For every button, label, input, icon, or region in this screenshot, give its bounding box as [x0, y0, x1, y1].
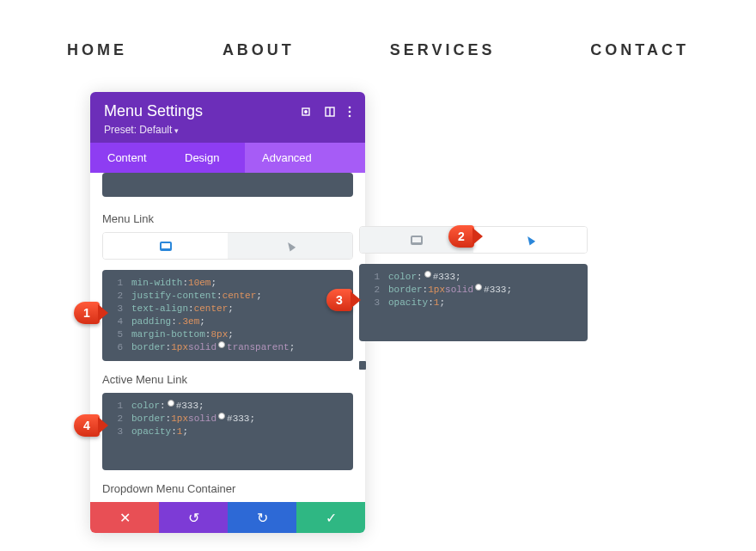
- panel-footer: ✕ ↺ ↻ ✓: [90, 502, 365, 533]
- svg-point-6: [349, 114, 351, 117]
- columns-icon[interactable]: [324, 106, 336, 118]
- svg-point-5: [349, 110, 351, 113]
- panel-header-actions: [300, 106, 351, 118]
- panel-body: Menu Link 1min-width: 10em;2justify-cont…: [90, 173, 365, 502]
- desktop-view-button[interactable]: [103, 233, 228, 259]
- tab-content[interactable]: Content: [90, 143, 168, 173]
- nav-about[interactable]: ABOUT: [223, 41, 295, 59]
- cancel-button[interactable]: ✕: [90, 502, 159, 533]
- tab-advanced[interactable]: Advanced: [245, 143, 365, 173]
- cursor-icon: [525, 235, 535, 246]
- expand-icon[interactable]: [300, 106, 312, 118]
- panel-header: Menu Settings Preset: Default: [90, 92, 365, 143]
- svg-point-4: [349, 106, 351, 108]
- save-button[interactable]: ✓: [296, 502, 365, 533]
- callout-4: 4: [74, 414, 100, 437]
- nav-contact[interactable]: CONTACT: [590, 41, 689, 59]
- panel-tabs: Content Design Advanced: [90, 143, 365, 173]
- menu-settings-panel: Menu Settings Preset: Default Content De…: [90, 92, 365, 533]
- redo-button[interactable]: ↻: [228, 502, 296, 533]
- monitor-icon: [411, 236, 423, 245]
- top-nav: HOME ABOUT SERVICES CONTACT: [0, 0, 756, 59]
- monitor-icon: [160, 242, 172, 251]
- responsive-toggle-menu-link: [102, 232, 353, 260]
- code-editor-hover[interactable]: 1color: #333;2border: 1px solid #333;3op…: [359, 264, 588, 341]
- preset-dropdown[interactable]: Preset: Default: [104, 124, 351, 136]
- code-editor-menu-link[interactable]: 1min-width: 10em;2justify-content:center…: [102, 270, 353, 361]
- nav-home[interactable]: HOME: [67, 41, 127, 59]
- callout-3: 3: [326, 289, 352, 311]
- hover-state-button[interactable]: [228, 233, 352, 259]
- more-icon[interactable]: [348, 106, 351, 118]
- code-editor-active-link[interactable]: 1color: #333;2border: 1px solid #333;3op…: [102, 393, 353, 470]
- svg-point-1: [305, 110, 307, 112]
- tab-design[interactable]: Design: [168, 143, 245, 173]
- cursor-icon: [284, 241, 295, 252]
- hover-state-button[interactable]: [473, 227, 587, 253]
- prev-section-stub: [102, 173, 353, 197]
- callout-1: 1: [74, 302, 100, 324]
- section-label-dropdown: Dropdown Menu Container: [102, 482, 353, 495]
- panel-title: Menu Settings: [104, 102, 203, 120]
- undo-button[interactable]: ↺: [159, 502, 228, 533]
- callout-2: 2: [448, 225, 474, 248]
- nav-services[interactable]: SERVICES: [390, 41, 496, 59]
- section-label-menu-link: Menu Link: [102, 212, 353, 225]
- section-label-active-link: Active Menu Link: [102, 373, 353, 386]
- scroll-indicator: [359, 361, 366, 370]
